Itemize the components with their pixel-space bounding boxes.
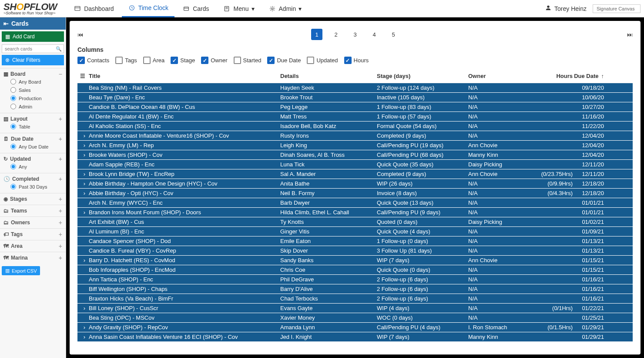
- table-row[interactable]: Candice B. DePlace Ocean 48 (BW) - CusPe…: [77, 102, 633, 112]
- toggle-area[interactable]: Area: [143, 57, 164, 64]
- page-3[interactable]: 3: [349, 29, 361, 40]
- toggle-owner[interactable]: Owner: [201, 57, 227, 64]
- radio-option[interactable]: Any Board: [3, 78, 62, 86]
- cell-title: Bea Sting (NM) - Rail Covers: [89, 84, 280, 91]
- toggle-tags[interactable]: Tags: [115, 57, 137, 64]
- clear-filters-button[interactable]: ⊗ Clear Filters: [2, 55, 64, 65]
- toggle-updated[interactable]: Updated: [307, 57, 338, 64]
- table-row[interactable]: Al Kaholic Station (SS) - EncIsadore Bel…: [77, 122, 633, 131]
- page-1[interactable]: 1: [311, 29, 322, 40]
- radio-option[interactable]: Sales: [3, 86, 62, 94]
- table-row[interactable]: Braxton Hicks (Va Beach) - BimFrChad Ter…: [77, 294, 633, 304]
- page-last[interactable]: ⏭: [627, 31, 633, 38]
- expand-icon[interactable]: ›: [80, 171, 89, 177]
- filter-stages-head[interactable]: ◉Stages +: [3, 196, 62, 203]
- export-csv-button[interactable]: ▥ Export CSV: [2, 266, 40, 275]
- filter-area-head[interactable]: 🗺Area +: [3, 243, 62, 250]
- table-row[interactable]: Bea Sting (OPC) - MSCovXavier MoneyWOC (…: [77, 313, 633, 323]
- checkbox-icon: [171, 57, 178, 64]
- nav-menu[interactable]: Menu ▾: [217, 0, 260, 17]
- radio-option[interactable]: Any: [3, 162, 62, 171]
- signature-canvas[interactable]: Signature Canvas: [593, 4, 641, 13]
- filter-updated-head[interactable]: ↻Updated +: [3, 155, 62, 162]
- expand-icon[interactable]: ›: [80, 334, 89, 340]
- table-row[interactable]: Arch N. Emmy (WYCC) - EncBarb DwyerQuick…: [77, 198, 633, 208]
- expand-icon[interactable]: ›: [80, 209, 89, 216]
- table-row[interactable]: ›Brooke Waters (SHOP) - CovDinah Soares,…: [77, 150, 633, 160]
- table-row[interactable]: ›Brook Lynn Bridge (TW) - EncRepSal A. M…: [77, 169, 633, 179]
- user-menu[interactable]: Torey Heinz: [545, 4, 587, 13]
- filter-layout-head[interactable]: ▤Layout +: [3, 115, 62, 122]
- expand-icon[interactable]: ›: [80, 190, 89, 196]
- table-row[interactable]: Adam Sapple (REB) - EncLuna TickQuick Qu…: [77, 160, 633, 169]
- table-row[interactable]: Beau Tye (Dare) - EncBrooke TroutInactiv…: [77, 93, 633, 102]
- filter-marina: 🗺Marina +: [0, 252, 66, 263]
- page-2[interactable]: 2: [330, 29, 342, 40]
- table-row[interactable]: ›Arch N. Emmy (LM) - RepLeigh KingCall/P…: [77, 141, 633, 150]
- expand-icon[interactable]: ›: [80, 324, 89, 331]
- filter-owners-head[interactable]: 🗂Owners +: [3, 219, 62, 226]
- cell-details: Xavier Money: [280, 314, 377, 321]
- table-row[interactable]: Candice B. Fureal (VBY) - CovRepSkip Dov…: [77, 246, 633, 256]
- filter-teams-head[interactable]: 🗂Teams +: [3, 207, 62, 214]
- header-hours[interactable]: Hours: [533, 73, 573, 79]
- cell-stage: Call/Pending PU (68 days): [377, 152, 468, 158]
- filter-due-date-head[interactable]: 🗓Due Date +: [3, 135, 62, 142]
- header-details[interactable]: Details: [280, 73, 377, 79]
- nav-dashboard[interactable]: Dashboard: [67, 0, 120, 17]
- cell-details: Peg Legge: [280, 104, 377, 110]
- table-row[interactable]: Biff Wellington (SHOP) - ChapsBarry D'Al…: [77, 284, 633, 294]
- nav-time-clock[interactable]: Time Clock: [122, 0, 175, 17]
- filter-completed-head[interactable]: 🕓Completed +: [3, 176, 62, 182]
- table-row[interactable]: ›Brandon Irons Mount Forum (SHOP) - Door…: [77, 208, 633, 217]
- columns-label: Columns: [77, 46, 633, 53]
- dashboard-icon: [74, 5, 81, 13]
- nav-cards[interactable]: Cards: [176, 0, 215, 17]
- toggle-stage[interactable]: Stage: [171, 57, 195, 64]
- radio-option[interactable]: Past 30 Days: [3, 182, 62, 191]
- expand-icon[interactable]: ›: [80, 142, 89, 149]
- nav-admin[interactable]: Admin ▾: [262, 0, 308, 17]
- table-row[interactable]: ›Anna Sasin Coast Inflatables Venture 16…: [77, 332, 633, 342]
- table-row[interactable]: Candace Spencer (SHOP) - DodEmile Eaton1…: [77, 236, 633, 246]
- radio-option[interactable]: Admin: [3, 102, 62, 111]
- expand-icon[interactable]: ›: [80, 132, 89, 139]
- sidebar-header[interactable]: ⇤ Cards: [0, 17, 66, 30]
- header-title[interactable]: Title: [89, 73, 280, 79]
- header-due-date[interactable]: Due Date↑: [573, 73, 607, 79]
- toggle-due-date[interactable]: Due Date: [267, 57, 301, 64]
- cell-details: Evans Gayte: [280, 305, 377, 311]
- table-row[interactable]: ›Annie Moore Coast Inflatable - Venture1…: [77, 131, 633, 141]
- page-4[interactable]: 4: [369, 29, 380, 40]
- table-row[interactable]: Ann Tartica (SHOP) - EncPhil DeGrave2 Fo…: [77, 275, 633, 284]
- header-stage[interactable]: Stage (days): [377, 73, 468, 79]
- add-card-button[interactable]: ▦ Add Card: [2, 31, 64, 42]
- table-row[interactable]: Art Exhibit (BW) - CusTy KnottsQuoted (0…: [77, 217, 633, 227]
- page-first[interactable]: ⏮: [77, 31, 83, 38]
- table-row[interactable]: Al Dente Regulator 41 (BW) - EncMatt Tre…: [77, 112, 633, 122]
- filter-tags-head[interactable]: 🏷Tags +: [3, 231, 62, 238]
- toggle-contacts[interactable]: Contacts: [77, 57, 109, 64]
- toggle-started[interactable]: Started: [234, 57, 262, 64]
- table-row[interactable]: ›Abbie Birthday - Opti (HYC) - CovNeil B…: [77, 189, 633, 198]
- page-5[interactable]: 5: [388, 29, 399, 40]
- table-row[interactable]: ›Bill Loney (SHOP) - CusScrEvans GayteWI…: [77, 304, 633, 313]
- table-row[interactable]: ›Abbie Birthday - Hampton One Design (HY…: [77, 179, 633, 189]
- table-row[interactable]: Bea Sting (NM) - Rail CoversHayden Seek2…: [77, 83, 633, 93]
- filter-marina-head[interactable]: 🗺Marina +: [3, 254, 62, 261]
- filter-board-head[interactable]: ▦Board −: [3, 71, 62, 78]
- radio-option[interactable]: Table: [3, 122, 62, 131]
- table-row[interactable]: ›Barry D. Hatchett (RES) - CovModSandy B…: [77, 256, 633, 265]
- radio-option[interactable]: Production: [3, 94, 62, 102]
- expand-icon[interactable]: ›: [80, 257, 89, 263]
- radio-option[interactable]: Any Due Date: [3, 142, 62, 151]
- expand-icon[interactable]: ›: [80, 180, 89, 187]
- toggle-hours[interactable]: Hours: [344, 57, 369, 64]
- search-input[interactable]: [2, 44, 64, 53]
- table-row[interactable]: Bob Inforapples (SHOP) - EncModChris Coe…: [77, 265, 633, 275]
- header-owner[interactable]: Owner: [468, 73, 533, 79]
- table-row[interactable]: Al Luminum (BI) - EncGinger VitisQuick Q…: [77, 227, 633, 236]
- expand-icon[interactable]: ›: [80, 152, 89, 158]
- table-row[interactable]: ›Andy Gravity (SHOP) - RepCovAmanda Lynn…: [77, 323, 633, 332]
- expand-icon[interactable]: ›: [80, 305, 89, 311]
